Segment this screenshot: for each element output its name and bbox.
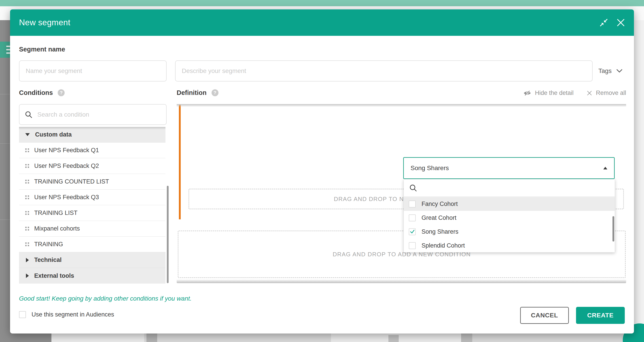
drag-handle-icon[interactable] — [25, 180, 29, 184]
triangle-expanded-icon — [25, 133, 30, 136]
segment-description-field-wrap — [175, 61, 592, 82]
condition-search-input[interactable] — [37, 111, 166, 118]
condition-item[interactable]: User NPS Feedback Q1 — [19, 143, 166, 158]
search-icon — [25, 111, 32, 118]
app-topbar — [0, 0, 644, 6]
triangle-collapsed-icon — [26, 273, 29, 278]
create-button[interactable]: CREATE — [576, 307, 625, 324]
segment-name-field-wrap — [19, 61, 166, 82]
condition-item[interactable]: TRAINING — [19, 237, 166, 252]
segment-description-input[interactable] — [182, 67, 592, 75]
option-song-sharers[interactable]: Song Sharers — [404, 225, 615, 239]
option-great-cohort[interactable]: Great Cohort — [404, 211, 615, 225]
condition-search-wrap — [19, 104, 166, 125]
conditions-list: Custom data User NPS Feedback Q1 User NP… — [19, 127, 166, 284]
new-segment-dialog: New segment Segment name Tags — [10, 10, 634, 333]
triangle-up-icon — [603, 167, 607, 169]
encouragement-message: Good start! Keep going by adding other c… — [19, 295, 192, 302]
audiences-checkbox[interactable] — [19, 311, 26, 318]
definition-actions: Hide the detail Remove all — [523, 90, 626, 97]
chevron-down-icon — [616, 69, 623, 73]
hide-detail-button[interactable]: Hide the detail — [523, 90, 574, 97]
condition-item[interactable]: User NPS Feedback Q3 — [19, 190, 166, 205]
eye-slash-icon — [523, 90, 531, 96]
condition-item[interactable]: User NPS Feedback Q2 — [19, 158, 166, 174]
drag-handle-icon[interactable] — [25, 148, 29, 152]
drag-handle-icon[interactable] — [25, 164, 29, 168]
background-block — [146, 333, 157, 342]
dialog-header — [10, 10, 634, 36]
definition-scroll-shadow-bottom — [177, 279, 626, 283]
condition-item[interactable]: TRAINING COUNTED LIST — [19, 174, 166, 190]
cancel-button[interactable]: CANCEL — [520, 307, 569, 324]
segment-name-label: Segment name — [19, 46, 65, 53]
value-dropdown-panel: Fancy Cohort Great Cohort Song Sharers S… — [404, 179, 615, 252]
condition-group-external-tools[interactable]: External tools — [19, 268, 166, 284]
search-icon — [409, 184, 417, 192]
drag-handle-icon[interactable] — [25, 211, 29, 215]
x-icon — [586, 90, 592, 96]
definition-section-header: Definition ? — [177, 88, 218, 97]
option-splendid-cohort[interactable]: Splendid Cohort — [404, 239, 615, 252]
checkbox-unchecked[interactable] — [409, 201, 416, 207]
audiences-label: Use this segment in Audiences — [32, 311, 114, 318]
tags-dropdown[interactable]: Tags — [598, 61, 623, 82]
checkbox-unchecked[interactable] — [409, 214, 416, 221]
drag-handle-icon[interactable] — [25, 242, 29, 246]
condition-item[interactable]: Mixpanel cohorts — [19, 221, 166, 237]
condition-group-custom-data[interactable]: Custom data — [19, 127, 166, 143]
definition-title: Definition — [177, 89, 206, 97]
drag-handle-icon[interactable] — [25, 195, 29, 199]
help-icon[interactable]: ? — [58, 89, 64, 96]
remove-all-button[interactable]: Remove all — [586, 90, 626, 97]
value-options: Fancy Cohort Great Cohort Song Sharers S… — [404, 197, 615, 252]
segment-name-input[interactable] — [26, 67, 166, 75]
condition-item[interactable]: TRAINING LIST — [19, 205, 166, 221]
drop-zone-narrow-hint: DRAG AND DROP TO NAR — [334, 189, 412, 209]
conditions-scrollbar[interactable] — [167, 186, 168, 283]
condition-group-technical[interactable]: Technical — [19, 252, 166, 268]
definition-scroll-shadow-top — [177, 104, 626, 107]
value-dropdown-search[interactable] — [404, 179, 615, 197]
triangle-collapsed-icon — [26, 258, 29, 262]
option-fancy-cohort[interactable]: Fancy Cohort — [404, 197, 615, 211]
background-panel — [52, 333, 144, 342]
conditions-title: Conditions — [19, 89, 53, 97]
background-block — [388, 335, 399, 342]
help-icon[interactable]: ? — [212, 89, 218, 96]
checkbox-checked-icon[interactable] — [409, 228, 416, 235]
conditions-section-header: Conditions ? — [19, 88, 64, 97]
background-block — [461, 333, 472, 342]
drag-handle-icon[interactable] — [25, 227, 29, 230]
audiences-checkbox-row[interactable]: Use this segment in Audiences — [19, 311, 114, 318]
dialog-title: New segment — [19, 10, 70, 36]
collapse-icon[interactable] — [600, 18, 608, 27]
tags-label: Tags — [598, 67, 612, 75]
dropdown-scrollbar[interactable] — [612, 216, 614, 241]
value-select[interactable]: Song Sharers — [403, 157, 615, 179]
close-icon[interactable] — [616, 18, 625, 27]
checkbox-unchecked[interactable] — [409, 242, 416, 249]
